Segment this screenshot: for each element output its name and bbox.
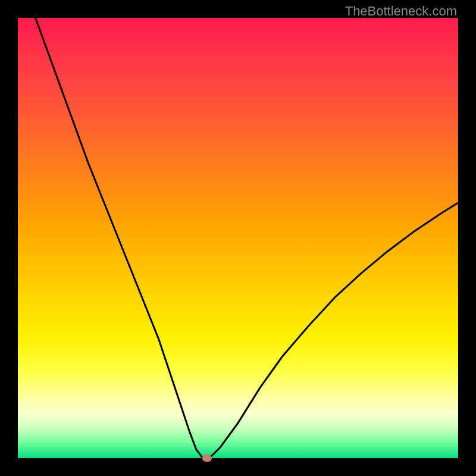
bottleneck-curve [36, 18, 458, 458]
chart-container: TheBottleneck.com [0, 0, 476, 476]
curve-svg [18, 18, 458, 458]
minimum-marker [202, 455, 212, 462]
plot-area [18, 18, 458, 458]
watermark-text: TheBottleneck.com [345, 4, 457, 19]
